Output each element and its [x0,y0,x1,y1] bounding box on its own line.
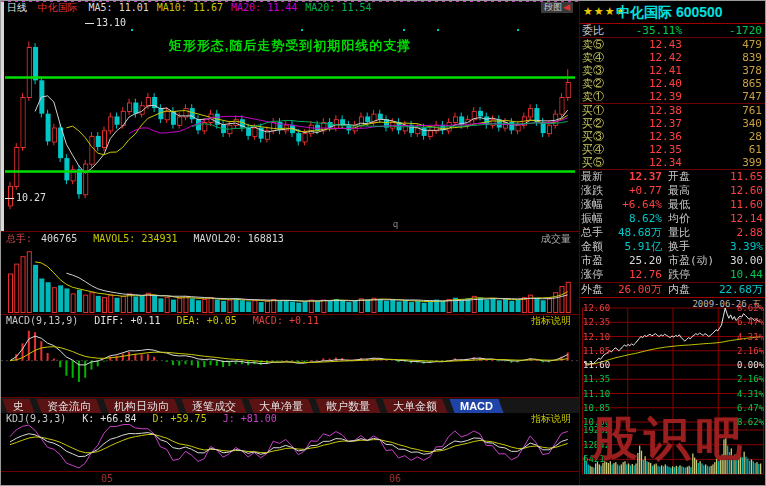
period-label[interactable]: 日线 [7,2,27,13]
macd-params: MACD(9,13,9) [6,315,78,326]
mini-view-button[interactable]: 段图◀ [541,2,573,13]
stat-label: 振幅 [581,212,603,226]
ask-queue: 卖⑤12.43479卖④12.42839卖③12.41378卖②12.40865… [580,38,765,104]
stat-value: 5.91亿 [604,240,662,254]
stat-row: 涨幅+6.64%最低11.60 [580,198,765,212]
stat-label: 总手 [581,226,603,240]
macd-help-link[interactable]: 指标说明 [531,315,571,327]
stat-row: 最新12.37开盘11.65 [580,170,765,184]
level-price: 12.34 [610,156,682,169]
level-volume: 747 [698,90,762,103]
tab-label: 资金流向 [47,399,91,413]
mini-price-label: 12.10 [583,333,610,342]
bid-row[interactable]: 买②12.37340 [580,117,765,130]
ask-row[interactable]: 卖①12.39747 [580,90,765,103]
mini-percent-label: 4.31% [737,333,764,342]
quote-panel: ★★★★ 中化国际 600500 委比 -35.11% -1720 卖⑤12.4… [579,1,765,485]
ask-row[interactable]: 卖③12.41378 [580,64,765,77]
ma-legend-item: MA10: 11.67 [157,2,223,13]
tab-label: 机构日动向 [114,399,169,413]
ma-legend: MA5: 11.01MA10: 11.67MA20: 11.44MA20: 11… [89,2,380,13]
stat-value: 26.00万 [604,283,662,297]
ma-legend-item: MA20: 11.44 [231,2,297,13]
stat-label: 市盈(动) [668,254,714,268]
tab-大单净量[interactable]: 大单净量 [248,399,313,413]
kdj-help-link[interactable]: 指标说明 [531,413,571,425]
collapse-arrow-icon: ◀ [563,2,570,12]
x-axis-tick: 06 [389,473,401,484]
tab-资金流向[interactable]: 资金流向 [36,399,101,413]
level-price: 12.36 [610,130,682,143]
tab-label: MACD [460,399,493,413]
stat-row: 涨停12.76跌停10.44 [580,268,765,282]
stock-app-window: 日线 中化国际 MA5: 11.01MA10: 11.67MA20: 11.44… [0,0,766,486]
bid-row[interactable]: 买③12.3628 [580,130,765,143]
stat-row: 振幅8.62%均价12.14 [580,212,765,226]
indicator-tab-bar: 史资金流向机构日动向逐笔成交大单净量散户数量大单金额MACD [1,397,579,413]
stat-value: 11.60 [713,198,763,212]
quote-title-bar: ★★★★ 中化国际 600500 [580,1,765,24]
volume-chart[interactable] [1,246,579,313]
quote-stats: 最新12.37开盘11.65涨跌+0.77最高12.60涨幅+6.64%最低11… [580,170,765,298]
level-price: 12.40 [610,77,682,90]
level-label: 买② [582,117,604,130]
mini-price-label: 11.60 [583,361,610,370]
volume-total-label: 总手: [6,233,32,244]
stat-label: 内盘 [668,283,690,297]
level-label: 卖① [582,90,604,103]
stat-label: 涨幅 [581,198,603,212]
stat-value: +6.64% [604,198,662,212]
level-volume: 761 [698,104,762,117]
stock-title[interactable]: 中化国际 600500 [616,4,723,22]
tab-label: 逐笔成交 [192,399,236,413]
stat-value: 12.14 [713,212,763,226]
ask-row[interactable]: 卖②12.40865 [580,77,765,90]
intraday-mini-chart[interactable]: 12.608.62%12.356.47%12.104.31%11.852.16%… [580,304,766,482]
tab-机构日动向[interactable]: 机构日动向 [103,399,179,413]
bid-row[interactable]: 买⑤12.34399 [580,156,765,169]
mini-price-label: 11.10 [583,390,610,399]
bid-row[interactable]: 买①12.38761 [580,104,765,117]
stat-label: 最高 [668,184,690,198]
volume-pane-title: 成交量 [541,233,571,245]
bid-queue: 买①12.38761买②12.37340买③12.3628买④12.3561买⑤… [580,104,765,170]
mini-percent-label: 8.62% [737,418,764,427]
tab-MACD[interactable]: MACD [449,399,503,413]
level-label: 卖④ [582,51,604,64]
stat-label: 均价 [668,212,690,226]
level-label: 买④ [582,143,604,156]
mini-volume-label: 19282 [583,426,610,435]
tab-逐笔成交[interactable]: 逐笔成交 [181,399,246,413]
macd-value: MACD: +0.11 [253,315,319,326]
price-mark-low: 10.27 [5,192,46,203]
tab-label: 散户数量 [326,399,370,413]
mavol20-label: MAVOL20: 168813 [194,233,284,244]
kdj-j: J: +81.00 [223,413,277,424]
stat-label: 金额 [581,240,603,254]
mini-percent-label: 4.31% [737,390,764,399]
stat-value: 8.62% [604,212,662,226]
tab-散户数量[interactable]: 散户数量 [315,399,380,413]
ask-row[interactable]: 卖⑤12.43479 [580,38,765,51]
macd-diff: DIFF: +0.11 [94,315,160,326]
stock-name-label: 中化国际 [38,2,78,13]
stat-row: 市盈25.20市盈(动)30.00 [580,254,765,268]
level-label: 买③ [582,130,604,143]
q-label: q [393,219,398,229]
level-price: 12.37 [610,117,682,130]
stat-value: 48.68万 [604,226,662,240]
level-volume: 378 [698,64,762,77]
stat-value: 22.68万 [713,283,763,297]
stat-value: 2.88 [713,226,763,240]
level-volume: 28 [698,130,762,143]
tab-label: 史 [13,399,24,413]
tab-label: 大单净量 [259,399,303,413]
ask-row[interactable]: 卖④12.42839 [580,51,765,64]
tab-大单金额[interactable]: 大单金额 [382,399,447,413]
kdj-params: KDJ(9,3,3) [6,413,66,424]
mini-price-label: 12.60 [583,304,610,313]
macd-chart[interactable] [1,328,579,396]
bid-row[interactable]: 买④12.3561 [580,143,765,156]
stat-value: 30.00 [713,254,763,268]
tab-史[interactable]: 史 [2,399,34,413]
